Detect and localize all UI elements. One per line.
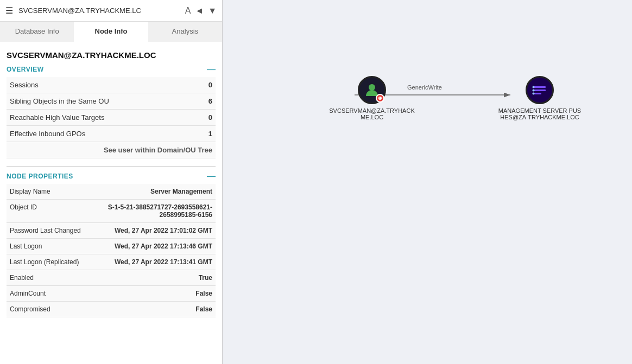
prop-value-admincount: False — [90, 286, 216, 302]
svg-point-8 — [533, 86, 535, 88]
overview-label-reachable: Reachable High Value Targets — [7, 110, 163, 126]
overview-title: OVERVIEW — [7, 66, 43, 73]
overview-table: Sessions 0 Sibling Objects in the Same O… — [7, 77, 216, 158]
overview-value-reachable: 0 — [163, 110, 216, 126]
node2-circle — [526, 76, 554, 104]
filter-icon[interactable]: ▼ — [208, 6, 217, 16]
prop-label-lastlogon-rep: Last Logon (Replicated) — [7, 254, 90, 270]
prop-row-objectid: Object ID S-1-5-21-3885271727-2693558621… — [7, 200, 216, 223]
nodeprops-header: NODE PROPERTIES — — [7, 172, 216, 181]
prop-value-enabled: True — [90, 270, 216, 286]
prop-value-lastlogon: Wed, 27 Apr 2022 17:13:46 GMT — [90, 239, 216, 254]
graph-node-1[interactable]: ! SVCSERVMAN@ZA.TRYHACKME.LOC — [328, 76, 415, 120]
prop-row-lastlogon: Last Logon Wed, 27 Apr 2022 17:13:46 GMT — [7, 239, 216, 254]
graph-node-2[interactable]: MANAGEMENT SERVER PUSHES@ZA.TRYHACKME.LO… — [496, 76, 583, 120]
prop-row-displayname: Display Name Server Management — [7, 184, 216, 200]
back-icon[interactable]: ◄ — [195, 6, 204, 16]
prop-value-lastlogon-rep: Wed, 27 Apr 2022 17:13:41 GMT — [90, 254, 216, 270]
node2-label: MANAGEMENT SERVER PUSHES@ZA.TRYHACKME.LO… — [496, 107, 583, 120]
node1-circle: ! — [358, 76, 386, 104]
prop-label-admincount: AdminCount — [7, 286, 90, 302]
svg-point-2 — [369, 84, 375, 91]
overview-value-gpo: 1 — [163, 126, 216, 142]
nodeprops-collapse[interactable]: — — [207, 172, 216, 181]
graph-area[interactable]: GenericWrite ! SVCSERVMAN@ZA.TRYHACKME.L… — [223, 0, 632, 364]
prop-row-enabled: Enabled True — [7, 270, 216, 286]
svg-point-9 — [533, 90, 535, 92]
overview-label-sessions: Sessions — [7, 77, 163, 93]
overview-label-sibling: Sibling Objects in the Same OU — [7, 93, 163, 110]
prop-label-pwlastchanged: Password Last Changed — [7, 223, 90, 239]
prop-label-objectid: Object ID — [7, 200, 90, 223]
tab-analysis[interactable]: Analysis — [148, 22, 222, 42]
svg-point-10 — [533, 93, 535, 95]
topbar-icons: A ◄ ▼ — [185, 6, 217, 16]
overview-row-sibling[interactable]: Sibling Objects in the Same OU 6 — [7, 93, 216, 110]
overview-value-sessions: 0 — [163, 77, 216, 93]
overview-row-gpo[interactable]: Effective Inbound GPOs 1 — [7, 126, 216, 142]
svg-rect-7 — [534, 93, 541, 94]
prop-value-displayname: Server Management — [90, 184, 216, 200]
topbar-title: SVCSERVMAN@ZA.TRYHACKME.LC — [18, 7, 180, 15]
prop-table: Display Name Server Management Object ID… — [7, 184, 216, 317]
graph-svg — [223, 0, 632, 364]
svg-rect-6 — [534, 90, 546, 91]
prop-label-compromised: Compromised — [7, 302, 90, 317]
nodeprops-title: NODE PROPERTIES — [7, 173, 73, 180]
top-bar: ☰ SVCSERVMAN@ZA.TRYHACKME.LC A ◄ ▼ — [0, 0, 222, 22]
node-title: SVCSERVMAN@ZA.TRYHACKME.LOC — [7, 50, 216, 60]
overview-row-sessions[interactable]: Sessions 0 — [7, 77, 216, 93]
hamburger-icon[interactable]: ☰ — [5, 5, 13, 16]
prop-value-compromised: False — [90, 302, 216, 317]
sidebar: ☰ SVCSERVMAN@ZA.TRYHACKME.LC A ◄ ▼ Datab… — [0, 0, 223, 364]
svg-rect-5 — [534, 86, 546, 88]
sidebar-content: SVCSERVMAN@ZA.TRYHACKME.LOC OVERVIEW — S… — [0, 42, 222, 364]
font-icon[interactable]: A — [185, 6, 191, 16]
node1-badge: ! — [376, 94, 384, 103]
overview-header: OVERVIEW — — [7, 65, 216, 74]
prop-label-displayname: Display Name — [7, 184, 90, 200]
prop-label-lastlogon: Last Logon — [7, 239, 90, 254]
overview-label-domain-tree: See user within Domain/OU Tree — [7, 142, 216, 158]
overview-row-reachable[interactable]: Reachable High Value Targets 0 — [7, 110, 216, 126]
svg-text:!: ! — [379, 97, 380, 100]
overview-label-gpo: Effective Inbound GPOs — [7, 126, 163, 142]
prop-row-pwlastchanged: Password Last Changed Wed, 27 Apr 2022 1… — [7, 223, 216, 239]
tab-database[interactable]: Database Info — [0, 22, 74, 42]
prop-value-pwlastchanged: Wed, 27 Apr 2022 17:01:02 GMT — [90, 223, 216, 239]
overview-row-domain-tree[interactable]: See user within Domain/OU Tree — [7, 142, 216, 158]
prop-label-enabled: Enabled — [7, 270, 90, 286]
prop-row-compromised: Compromised False — [7, 302, 216, 317]
tabs: Database Info Node Info Analysis — [0, 22, 222, 42]
overview-value-sibling: 6 — [163, 93, 216, 110]
prop-row-admincount: AdminCount False — [7, 286, 216, 302]
prop-row-lastlogon-rep: Last Logon (Replicated) Wed, 27 Apr 2022… — [7, 254, 216, 270]
tab-nodeinfo[interactable]: Node Info — [74, 22, 148, 42]
overview-collapse[interactable]: — — [207, 65, 216, 74]
node1-label: SVCSERVMAN@ZA.TRYHACKME.LOC — [328, 107, 415, 120]
prop-value-objectid: S-1-5-21-3885271727-2693558621- 26589951… — [90, 200, 216, 223]
divider — [7, 166, 216, 167]
